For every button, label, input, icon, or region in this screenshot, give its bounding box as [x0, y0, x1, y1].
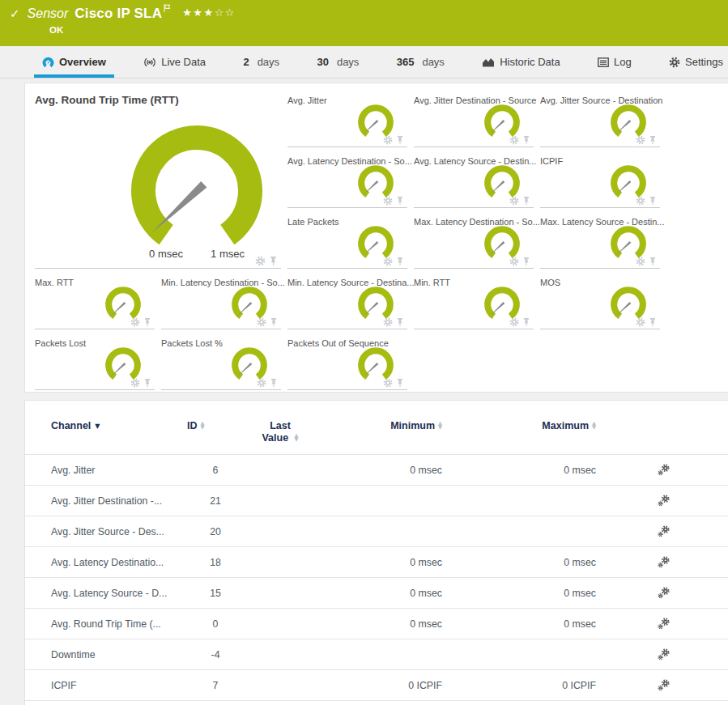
sensor-header: ✓ Sensor Cisco IP SLA ★★★☆☆ OK [0, 0, 728, 46]
panel-pin-icon[interactable] [522, 257, 530, 266]
cell-channel[interactable]: Avg. Jitter Source - Des... [25, 516, 187, 547]
priority-stars[interactable]: ★★★☆☆ [182, 6, 236, 19]
cell-minimum: 0 ICPIF [317, 670, 466, 701]
cell-channel[interactable]: ICPIF [25, 670, 187, 701]
cell-maximum: 0 # [466, 701, 620, 705]
cell-last-value [244, 547, 317, 578]
cell-id: 7 [187, 670, 244, 701]
gauge-title: Avg. Round Trip Time (RTT) [35, 90, 281, 106]
panel-gear-icon[interactable] [509, 196, 519, 206]
tab-overview[interactable]: Overview [39, 46, 109, 78]
cell-channel[interactable]: Avg. Jitter Destination -... [25, 486, 187, 516]
channel-settings-icon[interactable] [657, 495, 671, 506]
panel-pin-icon[interactable] [270, 378, 278, 388]
table-row: Late Packets 11 0 # 0 # [25, 701, 728, 705]
panel-gear-icon[interactable] [509, 257, 519, 266]
col-header-last-value[interactable]: Last Value ▲▼ [244, 415, 317, 455]
panel-gear-icon[interactable] [509, 317, 519, 327]
sort-icon: ▲▼ [201, 422, 205, 430]
tab-unit: days [258, 56, 279, 68]
gauge-panel: Min. RTT [414, 272, 534, 329]
panel-pin-icon[interactable] [396, 135, 404, 145]
cell-id: -4 [187, 639, 244, 670]
panel-gear-icon[interactable] [636, 196, 645, 206]
panel-gear-icon[interactable] [383, 317, 393, 327]
tab-365-days[interactable]: 365 days [394, 46, 448, 78]
channel-settings-icon[interactable] [657, 464, 671, 475]
tab-number: 30 [317, 56, 328, 68]
cell-minimum [317, 516, 466, 547]
tab-2-days[interactable]: 2 days [240, 46, 283, 78]
tab-historic-data[interactable]: Historic Data [479, 46, 563, 78]
panel-pin-icon[interactable] [396, 196, 404, 206]
sort-icon: ▲▼ [438, 422, 442, 430]
cell-channel[interactable]: Late Packets [25, 701, 187, 705]
cell-maximum [466, 639, 620, 670]
panel-pin-icon[interactable] [522, 317, 530, 327]
panel-pin-icon[interactable] [522, 135, 530, 145]
tab-live-data[interactable]: Live Data [140, 46, 209, 78]
panel-gear-icon[interactable] [130, 378, 140, 388]
gauge-panel: Min. Latency Destination - So... [161, 272, 281, 329]
cell-channel[interactable]: Downtime [25, 639, 187, 670]
col-header-minimum[interactable]: Minimum▲▼ [317, 415, 466, 455]
panel-gear-icon[interactable] [257, 317, 266, 327]
tab-30-days[interactable]: 30 days [313, 46, 362, 78]
panel-pin-icon[interactable] [396, 257, 404, 266]
log-icon [598, 57, 609, 67]
cell-id: 11 [187, 701, 244, 705]
panel-gear-icon[interactable] [636, 317, 645, 327]
panel-gear-icon[interactable] [130, 317, 140, 327]
col-header-channel[interactable]: Channel▼ [25, 415, 187, 455]
panel-pin-icon[interactable] [649, 257, 657, 266]
panel-gear-icon[interactable] [383, 196, 393, 206]
gauge-panel: Late Packets [287, 211, 407, 269]
cell-minimum: 0 msec [317, 609, 466, 639]
object-kind-label: Sensor [28, 6, 69, 21]
channel-settings-icon[interactable] [657, 648, 671, 660]
panel-gear-icon[interactable] [636, 257, 645, 266]
channel-settings-icon[interactable] [657, 679, 671, 690]
table-row: Avg. Jitter 6 0 msec 0 msec [25, 455, 728, 486]
panel-gear-icon[interactable] [509, 135, 519, 145]
panel-gear-icon[interactable] [257, 378, 266, 388]
tab-bar: Overview Live Data 2 days 30 days 365 da… [0, 46, 728, 79]
cell-channel[interactable]: Avg. Round Trip Time (... [25, 609, 187, 639]
channel-settings-icon[interactable] [657, 556, 671, 567]
col-header-maximum[interactable]: Maximum▲▼ [466, 415, 620, 455]
panel-pin-icon[interactable] [270, 317, 278, 327]
cell-minimum [317, 486, 466, 516]
panel-pin-icon[interactable] [649, 317, 657, 327]
panel-pin-icon[interactable] [649, 196, 657, 206]
gauge-icon [42, 57, 54, 68]
cell-minimum: 0 msec [317, 547, 466, 578]
panel-pin-icon[interactable] [269, 256, 278, 266]
col-header-id[interactable]: ID▲▼ [187, 415, 244, 455]
channel-settings-icon[interactable] [657, 587, 671, 598]
panel-gear-icon[interactable] [636, 135, 645, 145]
panel-pin-icon[interactable] [396, 378, 404, 388]
cell-last-value [244, 701, 317, 705]
cell-maximum: 0 msec [466, 455, 620, 486]
tab-settings[interactable]: Settings [666, 46, 726, 78]
cell-channel[interactable]: Avg. Latency Destinatio... [25, 547, 187, 578]
overview-gauges-card: Avg. Round Trip Time (RTT) 0 msec 1 msec… [24, 83, 728, 393]
panel-gear-icon[interactable] [383, 135, 393, 145]
panel-pin-icon[interactable] [143, 378, 151, 388]
channel-settings-icon[interactable] [657, 618, 671, 629]
table-row: Avg. Round Trip Time (... 0 0 msec 0 mse… [25, 609, 728, 639]
panel-gear-icon[interactable] [255, 256, 266, 266]
flag-icon[interactable] [164, 2, 171, 16]
tab-log[interactable]: Log [594, 46, 635, 78]
channel-settings-icon[interactable] [657, 525, 671, 537]
cell-minimum: 0 msec [317, 455, 466, 486]
panel-pin-icon[interactable] [522, 196, 530, 206]
panel-gear-icon[interactable] [383, 378, 393, 388]
tab-label: Overview [59, 56, 106, 68]
panel-gear-icon[interactable] [383, 257, 393, 266]
panel-pin-icon[interactable] [649, 135, 657, 145]
panel-pin-icon[interactable] [396, 317, 404, 327]
cell-channel[interactable]: Avg. Jitter [25, 455, 187, 486]
panel-pin-icon[interactable] [143, 317, 151, 327]
cell-channel[interactable]: Avg. Latency Source - D... [25, 578, 187, 609]
